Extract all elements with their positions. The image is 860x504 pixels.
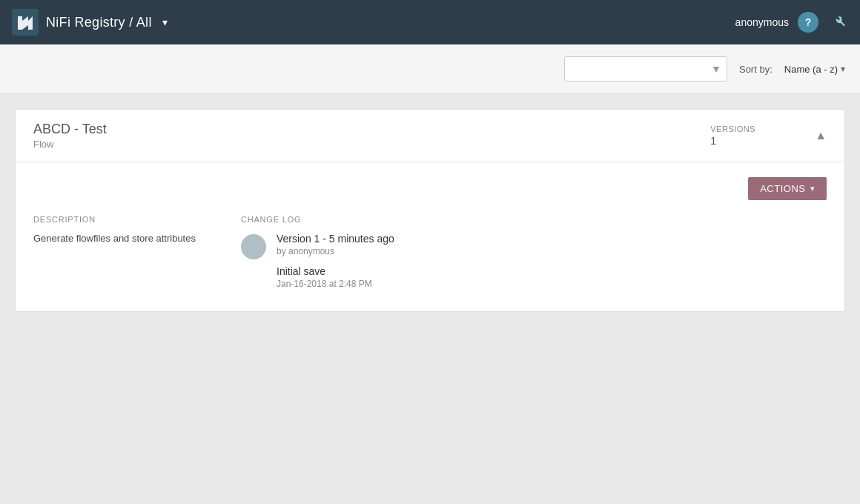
sort-label: Sort by: [739, 64, 773, 75]
main-content: ABCD - Test Flow VERSIONS 1 ▲ ACTIONS ▾ [0, 94, 860, 327]
changelog-header: CHANGE LOG [241, 215, 827, 224]
description-column: DESCRIPTION Generate flowfiles and store… [33, 215, 211, 289]
versions-label: VERSIONS [710, 125, 755, 133]
flow-type: Flow [33, 139, 107, 150]
header-dropdown-icon[interactable]: ▾ [162, 16, 168, 28]
toolbar: ▼ Sort by: Name (a - z) ▾ [0, 44, 860, 94]
description-text: Generate flowfiles and store attributes [33, 233, 211, 244]
changelog-date: Jan-16-2018 at 2:48 PM [277, 279, 394, 289]
app-title: NiFi Registry / All [46, 15, 152, 30]
username-label: anonymous [735, 16, 789, 28]
app-header: NiFi Registry / All ▾ anonymous ? [0, 0, 860, 44]
filter-input[interactable] [564, 56, 727, 82]
flow-header: ABCD - Test Flow VERSIONS 1 ▲ [16, 110, 844, 162]
changelog-column: CHANGE LOG Version 1 - 5 minutes ago by … [241, 215, 827, 289]
versions-count: 1 [710, 135, 716, 147]
actions-row: ACTIONS ▾ [33, 177, 827, 200]
flow-card: ABCD - Test Flow VERSIONS 1 ▲ ACTIONS ▾ [15, 109, 845, 312]
flow-header-right: VERSIONS 1 ▲ [710, 125, 827, 147]
changelog-author: by anonymous [277, 246, 394, 256]
description-header: DESCRIPTION [33, 215, 211, 224]
flow-detail: ACTIONS ▾ DESCRIPTION Generate flowfiles… [16, 162, 844, 311]
header-left: NiFi Registry / All ▾ [12, 9, 168, 36]
changelog-content: Version 1 - 5 minutes ago by anonymous I… [277, 233, 394, 289]
wrench-icon [830, 15, 845, 30]
flow-versions: VERSIONS 1 [710, 125, 755, 147]
header-right: anonymous ? [735, 12, 848, 33]
filter-wrapper: ▼ [564, 56, 727, 82]
collapse-button[interactable]: ▲ [815, 129, 827, 142]
actions-arrow: ▾ [810, 184, 816, 193]
settings-button[interactable] [827, 12, 848, 33]
sort-dropdown[interactable]: Name (a - z) ▾ [784, 64, 845, 75]
changelog-entry: Version 1 - 5 minutes ago by anonymous I… [241, 233, 827, 289]
help-button[interactable]: ? [798, 12, 818, 33]
changelog-commit-title: Initial save [277, 265, 394, 277]
flow-name: ABCD - Test [33, 122, 107, 137]
changelog-avatar [241, 234, 266, 259]
sort-value: Name (a - z) [784, 64, 838, 75]
sort-dropdown-arrow: ▾ [841, 64, 845, 74]
flow-info: ABCD - Test Flow [33, 122, 107, 150]
detail-columns: DESCRIPTION Generate flowfiles and store… [33, 215, 827, 289]
nifi-logo [12, 9, 39, 36]
changelog-version: Version 1 - 5 minutes ago [277, 233, 394, 245]
actions-label: ACTIONS [760, 183, 805, 194]
actions-button[interactable]: ACTIONS ▾ [748, 177, 827, 200]
